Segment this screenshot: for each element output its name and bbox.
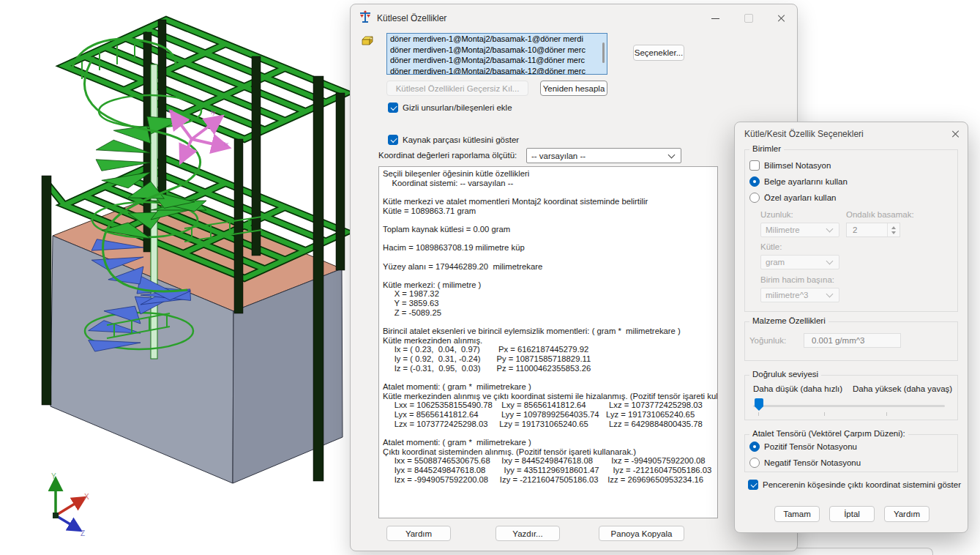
report-line bbox=[383, 253, 717, 262]
inertia-tensor-group: Atalet Tensörü (Vektörel Çarpım Düzeni):… bbox=[744, 434, 958, 472]
units-group-label: Birimler bbox=[749, 144, 784, 153]
decimal-places-value: 2 bbox=[847, 223, 887, 236]
close-icon bbox=[777, 14, 786, 23]
report-line: Izx = -9949057592200.08 Izy = -212160475… bbox=[383, 475, 717, 485]
report-line bbox=[383, 234, 717, 244]
report-line: Atalet momenti: ( gram * milimetrekare ) bbox=[383, 382, 717, 392]
report-line: Iyx = 8445249847618.08 Iyy = 43511296918… bbox=[383, 466, 717, 475]
positive-tensor-label: Pozitif Tensör Notasyonu bbox=[764, 442, 857, 451]
close-button[interactable] bbox=[769, 9, 794, 28]
scientific-notation-label: Bilimsel Notasyon bbox=[764, 161, 831, 170]
density-field: 0.001 g/mm^3 bbox=[804, 333, 901, 348]
accuracy-lower-label: Daha düşük (daha hızlı) bbox=[753, 384, 842, 393]
accuracy-level-group: Doğruluk seviyesi Daha düşük (daha hızlı… bbox=[744, 375, 958, 420]
negative-tensor-label: Negatif Tensör Notasyonu bbox=[764, 458, 861, 467]
report-line: Çıktı koordinat sisteminden alınmış. (Po… bbox=[383, 447, 717, 457]
override-mass-properties-button: Kütlesel Özellikleri Geçersiz Kıl... bbox=[386, 81, 528, 96]
density-label: Yoğunluk: bbox=[749, 336, 786, 345]
report-line: Lyx = 85656141812.64 Lyy = 1097899256403… bbox=[383, 410, 717, 420]
report-line: Seçili bileşenler öğesinin kütle özellik… bbox=[383, 169, 717, 179]
z-axis-label: Z bbox=[81, 529, 85, 537]
slider-tick bbox=[824, 412, 825, 416]
report-line: Ix = ( 0.23, 0.04, 0.97) Px = 6162187445… bbox=[383, 345, 717, 354]
tensor-group-label: Atalet Tensörü (Vektörel Çarpım Düzeni): bbox=[749, 429, 908, 438]
coordinate-report-value: -- varsayılan -- bbox=[531, 152, 586, 160]
3d-viewport[interactable]: Iz Iy Ix Y X Z bbox=[0, 0, 350, 555]
positive-tensor-radio[interactable] bbox=[749, 442, 760, 452]
selection-list-item[interactable]: döner merdiven-1@Montaj2/basamak-12@döne… bbox=[387, 66, 607, 75]
density-value: 0.001 g/mm^3 bbox=[812, 336, 865, 345]
report-line bbox=[383, 428, 717, 438]
use-document-settings-radio[interactable] bbox=[749, 176, 760, 187]
per-unit-volume-dropdown: milimetre^3 bbox=[760, 288, 839, 302]
mass-properties-dialog: Kütlesel Özellikler döner merdiven-1@Mon… bbox=[350, 4, 798, 551]
report-line: Ixx = 55088746530675.68 Ixy = 8445249847… bbox=[383, 456, 717, 466]
use-document-settings-label: Belge ayarlarını kullan bbox=[764, 177, 848, 186]
steel-frame-roof-level bbox=[64, 20, 346, 139]
report-line: Yüzey alanı = 179446289.20 milimetrekare bbox=[383, 262, 717, 272]
options-help-button[interactable]: Yardım bbox=[884, 506, 929, 522]
report-line: Birincil atalet eksenleri ve birincil ey… bbox=[383, 327, 717, 336]
spinner-arrows-icon bbox=[887, 223, 899, 236]
mass-properties-report[interactable]: Seçili bileşenler öğesinin kütle özellik… bbox=[378, 166, 718, 518]
include-hidden-checkbox[interactable] bbox=[388, 103, 398, 113]
selection-listbox[interactable]: döner merdiven-1@Montaj2/basamak-1@döner… bbox=[386, 33, 607, 75]
report-line bbox=[383, 271, 717, 280]
report-line: Atalet momenti: ( gram * milimetrekare ) bbox=[383, 438, 717, 447]
report-line: Kütle merkezi: ( milimetre ) bbox=[383, 280, 717, 290]
minimize-button[interactable] bbox=[703, 9, 727, 28]
per-unit-volume-label: Birim hacim başına: bbox=[760, 275, 834, 284]
cad-model: Iz Iy Ix Y X Z bbox=[0, 0, 350, 555]
length-label: Uzunluk: bbox=[760, 210, 793, 219]
mass-unit-dropdown: gram bbox=[760, 255, 839, 269]
report-line bbox=[383, 215, 717, 225]
svg-text:Ix: Ix bbox=[224, 141, 228, 147]
report-line: Hacim = 1089863708.19 milimetre küp bbox=[383, 243, 717, 253]
slider-tick bbox=[886, 412, 887, 416]
report-line: Iz = (-0.31, 0.95, 0.03) Pz = 1100046235… bbox=[383, 364, 717, 373]
listbox-scrollbar[interactable] bbox=[602, 42, 605, 63]
coordinate-report-label: Koordinat değerleri raporlama ölçütü: bbox=[378, 151, 517, 160]
help-button[interactable]: Yardım bbox=[386, 526, 451, 541]
options-button[interactable]: Seçenekler... bbox=[633, 45, 684, 61]
options-close-icon bbox=[951, 130, 960, 138]
options-close-button[interactable] bbox=[946, 125, 966, 143]
selection-list-item[interactable]: döner merdiven-1@Montaj2/basamak-10@döne… bbox=[387, 45, 607, 56]
copy-to-clipboard-button[interactable]: Panoya Kopyala bbox=[599, 526, 684, 541]
length-value: Milimetre bbox=[766, 226, 800, 234]
report-line: Koordinat sistemi: -- varsayılan -- bbox=[383, 179, 717, 188]
report-line: Z = -5089.25 bbox=[383, 308, 717, 318]
material-properties-group: Malzeme Özellikleri Yoğunluk: 0.001 g/mm… bbox=[744, 321, 958, 361]
print-button[interactable]: Yazdır... bbox=[495, 526, 560, 541]
negative-tensor-radio[interactable] bbox=[749, 458, 760, 468]
use-custom-settings-radio[interactable] bbox=[749, 193, 760, 203]
accuracy-higher-label: Daha yüksek (daha yavaş) bbox=[853, 384, 952, 393]
dialog-title: Kütlesel Özellikler bbox=[377, 13, 446, 23]
options-dialog-title: Kütle/Kesit Özellik Seçenekleri bbox=[744, 129, 864, 139]
maximize-icon bbox=[744, 14, 753, 23]
selection-list-item[interactable]: döner merdiven-1@Montaj2/basamak-11@döne… bbox=[387, 55, 607, 66]
accuracy-slider-handle[interactable] bbox=[755, 398, 763, 406]
show-weld-mass-checkbox[interactable] bbox=[388, 135, 398, 145]
coordinate-report-dropdown[interactable]: -- varsayılan -- bbox=[526, 148, 681, 163]
report-line bbox=[383, 187, 717, 197]
report-line: Toplam kaynak kütlesi = 0.00 gram bbox=[383, 225, 717, 234]
scientific-notation-checkbox[interactable] bbox=[749, 160, 760, 171]
svg-text:Iy: Iy bbox=[211, 109, 215, 116]
recalculate-button[interactable]: Yeniden hesapla bbox=[540, 81, 607, 96]
units-group: Birimler Bilimsel Notasyon Belge ayarlar… bbox=[744, 149, 958, 312]
report-line: Lxx = 10625358155490.78 Lxy = 8565614181… bbox=[383, 401, 717, 410]
selection-list-item[interactable]: döner merdiven-1@Montaj2/basamak-1@döner… bbox=[387, 34, 607, 45]
accuracy-slider-track[interactable] bbox=[753, 405, 945, 407]
ok-button[interactable]: Tamam bbox=[774, 506, 820, 522]
mass-properties-dialog-icon bbox=[358, 10, 373, 24]
concrete-base bbox=[51, 193, 343, 483]
maximize-button[interactable] bbox=[736, 9, 761, 28]
include-hidden-label: Gizli unsurları/bileşenleri ekle bbox=[403, 103, 512, 112]
report-line: Kütle = 1089863.71 gram bbox=[383, 206, 717, 216]
mass-section-options-dialog: Kütle/Kesit Özellik Seçenekleri Birimler… bbox=[734, 122, 968, 533]
cancel-button[interactable]: İptal bbox=[829, 506, 875, 522]
report-line bbox=[383, 373, 717, 382]
report-line: X = 1987.32 bbox=[383, 289, 717, 299]
show-output-cs-checkbox[interactable] bbox=[748, 480, 758, 490]
